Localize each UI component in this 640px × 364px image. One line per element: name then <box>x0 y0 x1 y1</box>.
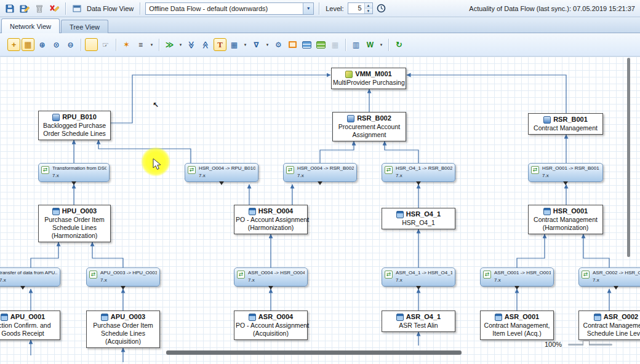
refresh-icon[interactable]: ↻ <box>393 38 406 51</box>
node-description: Purchase Order Item <box>40 216 109 224</box>
diagram-canvas[interactable]: VMM_M001MultiProvider PurchasingRPU_B010… <box>0 57 640 364</box>
node-id: ASR_O4_1 <box>406 312 441 322</box>
node-hsr_o001[interactable]: HSR_O001Contract Management(Harmonizatio… <box>528 205 603 234</box>
node-apu_o001[interactable]: APU_O001uction Confirm. andGoods Receipt <box>0 311 60 340</box>
toolbar-separator <box>319 2 319 15</box>
combobox-dropdown-icon[interactable]: ▼ <box>303 3 313 14</box>
node-tr_transfer_apu[interactable]: ⇄transfer of data from APU...7.x <box>0 267 60 287</box>
node-apu_o003[interactable]: APU_O003Purchase Order ItemSchedule Line… <box>86 311 160 348</box>
node-tr_asr_o004_hsr_o004[interactable]: ⇄ASR_O004 -> HSR_O0047.x <box>234 267 308 287</box>
auto-arrange-icon[interactable]: ✶ <box>120 38 133 51</box>
vertical-scrollbar-thumb[interactable] <box>627 58 630 257</box>
data-store-icon[interactable] <box>300 38 313 51</box>
zoom-original-icon[interactable]: ⊙ <box>50 38 63 51</box>
select-tool-icon[interactable]: ↖ <box>85 38 98 51</box>
execute-flow-icon-dropdown[interactable]: ▾ <box>177 38 184 51</box>
settings-users-icon[interactable]: ⚙ <box>272 38 285 51</box>
collapse-handle-icon[interactable] <box>20 286 25 290</box>
filter-icon-dropdown[interactable]: ▾ <box>264 38 271 51</box>
node-id: ASR_O002 <box>604 312 638 322</box>
edge-tr_transfer_apu-hpu_o003 <box>31 242 58 267</box>
collapse-handle-icon[interactable] <box>268 286 273 290</box>
collapse-handle-icon[interactable] <box>416 286 421 290</box>
filter-icon[interactable]: ∇ <box>250 38 263 51</box>
node-hsr_o4_1[interactable]: HSR_O4_1HSR_O4_1 <box>382 208 455 229</box>
show-table-icon[interactable]: ▥ <box>350 38 362 51</box>
table-view-icon[interactable]: ▦ <box>228 38 241 51</box>
where-used-icon-dropdown[interactable]: ▾ <box>378 38 385 51</box>
tab-network-view[interactable]: Network View <box>1 18 60 33</box>
collapse-handle-icon[interactable] <box>219 181 224 185</box>
collapse-handle-icon[interactable] <box>614 286 618 290</box>
zoom-in-icon[interactable]: ⊕ <box>36 38 49 51</box>
dso-icon <box>594 314 601 321</box>
transformation-icon: ⇄ <box>188 166 196 174</box>
sync-status: Actuality of Data Flow (last sync.): 07.… <box>469 5 636 12</box>
level-down-icon[interactable]: ▼ <box>365 9 372 14</box>
collapse-handle-icon[interactable] <box>71 181 76 185</box>
table-view-icon-dropdown[interactable]: ▾ <box>242 38 249 51</box>
node-id: HSR_O001 <box>553 207 588 216</box>
dso-icon <box>396 211 404 218</box>
zoom-slider-thumb[interactable] <box>583 341 590 349</box>
node-tr_hsr_o4_1_rsr_b002[interactable]: ⇄HSR_O4_1 -> RSR_B0027.x <box>382 163 455 182</box>
frame-select-icon[interactable] <box>286 38 299 51</box>
node-vmm_m001[interactable]: VMM_M001MultiProvider Purchasing <box>331 68 406 89</box>
node-header: RSR_B002 <box>334 114 404 123</box>
level-spinner[interactable]: 5 ▲▼ <box>348 2 373 14</box>
display-options-icon[interactable]: ≡ <box>134 38 147 51</box>
node-rsr_b002[interactable]: RSR_B002Procurement AccountAssignment <box>332 112 406 141</box>
node-tr_hsr_o001_rsr_b001[interactable]: ⇄HSR_O001 -> RSR_B0017.x <box>528 163 603 182</box>
cube-icon <box>52 114 60 121</box>
node-description: uction Confirm. and <box>0 322 58 330</box>
node-asr_o4_1[interactable]: ASR_O4_1ASR Test Alin <box>382 311 455 332</box>
node-tr_asr_o001_hsr_o001[interactable]: ⇄ASR_O001 -> HSR_O0017.x <box>480 267 554 287</box>
expand-all-icon[interactable]: ≪ <box>199 38 212 51</box>
pin-layout-icon[interactable]: ▦ <box>22 38 34 51</box>
node-tr_hsr_o004_rpu_b010[interactable]: ⇄HSR_O004 -> RPU_B0107.x <box>185 163 258 182</box>
display-options-icon-dropdown[interactable]: ▾ <box>148 38 155 51</box>
node-tr_asr_o002_hsr_o001[interactable]: ⇄ASR_O002 -> HSR_O0017.x <box>578 267 640 287</box>
toolbar-separator <box>159 39 159 51</box>
node-description: (Harmonization) <box>236 224 306 232</box>
node-tr_apu_o003_hpu_o003[interactable]: ⇄APU_O003 -> HPU_O0037.x <box>86 267 160 287</box>
toolbar-separator <box>81 39 81 51</box>
data-layers-icon[interactable] <box>314 38 327 51</box>
collapse-handle-icon[interactable] <box>121 286 126 290</box>
data-flow-combobox[interactable]: Offline Data Flow - default (downwards) … <box>145 2 314 15</box>
zoom-out-icon[interactable]: ⊖ <box>64 38 77 51</box>
collapse-all-icon[interactable]: ≫ <box>185 38 198 51</box>
node-rpu_b010[interactable]: RPU_B010Backlogged PurchaseOrder Schedul… <box>38 111 111 140</box>
grid-inactive-icon[interactable]: ▦ <box>329 38 342 51</box>
collapse-handle-icon[interactable] <box>318 181 322 185</box>
tab-tree-view[interactable]: Tree View <box>61 20 108 33</box>
transformation-icon: ⇄ <box>531 166 539 174</box>
toolbar-separator <box>388 39 389 51</box>
node-tr_hsr_o004_rsr_b002[interactable]: ⇄HSR_O004 -> RSR_B0027.x <box>283 163 357 182</box>
pan-hand-icon[interactable]: ☞ <box>99 38 112 51</box>
collapse-handle-icon[interactable] <box>416 181 421 185</box>
move-mode-icon[interactable]: + <box>7 38 20 51</box>
node-asr_o001[interactable]: ASR_O001Contract Management,Item Level (… <box>480 311 554 340</box>
execute-flow-icon[interactable]: ≫ <box>163 38 176 51</box>
collapse-handle-icon[interactable] <box>514 286 519 290</box>
show-text-icon[interactable]: T <box>214 38 226 51</box>
where-used-icon[interactable]: W <box>364 38 377 51</box>
save-as-icon[interactable] <box>18 2 31 15</box>
remove-assignment-icon[interactable] <box>48 2 60 15</box>
zoom-slider[interactable] <box>568 344 612 346</box>
horizontal-scrollbar-thumb[interactable] <box>166 350 462 355</box>
collapse-handle-icon[interactable] <box>563 181 568 185</box>
transformation-version: 7.x <box>100 277 157 283</box>
level-up-icon[interactable]: ▲ <box>365 3 372 9</box>
node-hpu_o003[interactable]: HPU_O003Purchase Order ItemSchedule Line… <box>38 205 111 242</box>
node-asr_o004[interactable]: ASR_O004PO - Account Assignment(Acquisit… <box>234 311 308 340</box>
clock-icon[interactable] <box>375 2 388 15</box>
save-icon[interactable] <box>4 2 16 15</box>
node-tr_dso_hp[interactable]: ⇄Transformation from DSO HP...7.x <box>38 163 110 182</box>
node-hsr_o004[interactable]: HSR_O004PO - Account Assignment(Harmoniz… <box>234 205 308 234</box>
node-tr_asr_o4_1_hsr_o4_1[interactable]: ⇄ASR_O4_1 -> HSR_O4_17.x <box>382 267 455 287</box>
node-asr_o002[interactable]: ASR_O002Contract Management,Schedule Lin… <box>578 311 640 340</box>
node-rsr_b001[interactable]: RSR_B001Contract Management <box>528 113 603 135</box>
delete-icon[interactable] <box>33 2 46 15</box>
